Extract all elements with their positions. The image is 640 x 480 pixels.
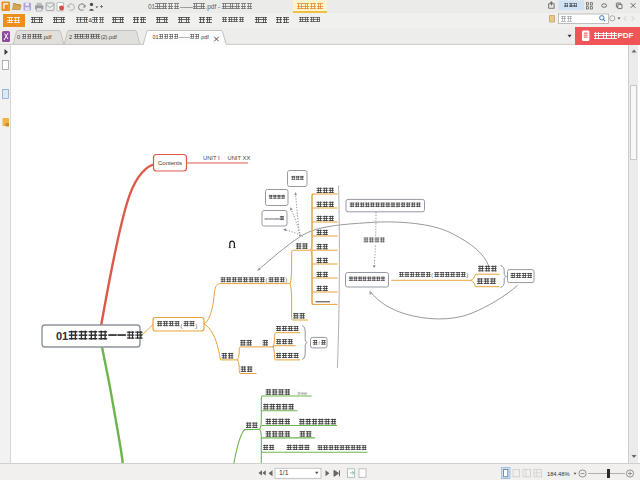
svg-text:Contents: Contents [158,160,182,166]
svg-text:(: ( [266,277,268,283]
svg-text:): ) [466,272,468,278]
svg-text:tree: tree [298,390,308,396]
svg-text:): ) [286,277,288,283]
svg-text:UNIT I: UNIT I [203,155,220,161]
svg-text:): ) [196,323,198,329]
svg-text:(: ( [431,272,433,278]
svg-text:UNIT XX: UNIT XX [228,155,251,161]
svg-text:01: 01 [56,330,68,342]
svg-text:(: ( [181,323,183,329]
svg-text:onenote: onenote [264,216,280,221]
